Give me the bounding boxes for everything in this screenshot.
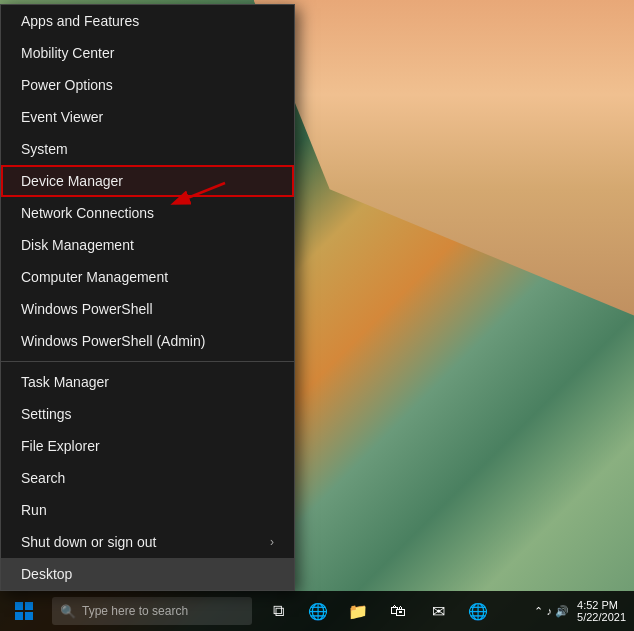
menu-item-label-windows-powershell: Windows PowerShell bbox=[21, 301, 153, 317]
menu-item-label-windows-powershell-admin: Windows PowerShell (Admin) bbox=[21, 333, 205, 349]
menu-item-label-network-connections: Network Connections bbox=[21, 205, 154, 221]
menu-item-windows-powershell-admin[interactable]: Windows PowerShell (Admin) bbox=[1, 325, 294, 357]
menu-item-label-device-manager: Device Manager bbox=[21, 173, 123, 189]
menu-item-label-file-explorer: File Explorer bbox=[21, 438, 100, 454]
menu-item-label-apps-and-features: Apps and Features bbox=[21, 13, 139, 29]
menu-item-shut-down-or-sign-out[interactable]: Shut down or sign out› bbox=[1, 526, 294, 558]
start-icon bbox=[14, 601, 34, 621]
menu-item-label-computer-management: Computer Management bbox=[21, 269, 168, 285]
tray-time: 4:52 PM5/22/2021 bbox=[577, 599, 626, 623]
taskbar-icon-edge[interactable]: 🌐 bbox=[300, 591, 336, 631]
svg-rect-2 bbox=[25, 602, 33, 610]
taskbar-search[interactable]: 🔍 Type here to search bbox=[52, 597, 252, 625]
menu-item-windows-powershell[interactable]: Windows PowerShell bbox=[1, 293, 294, 325]
svg-rect-1 bbox=[15, 602, 23, 610]
menu-item-label-system: System bbox=[21, 141, 68, 157]
menu-item-label-disk-management: Disk Management bbox=[21, 237, 134, 253]
taskbar: 🔍 Type here to search ⧉ 🌐 📁 🛍 ✉ 🌐 ⌃ ♪ 🔊 … bbox=[0, 591, 634, 631]
search-placeholder: Type here to search bbox=[82, 604, 188, 618]
taskbar-icon-store[interactable]: 🛍 bbox=[380, 591, 416, 631]
menu-item-label-search: Search bbox=[21, 470, 65, 486]
menu-item-settings[interactable]: Settings bbox=[1, 398, 294, 430]
menu-item-device-manager[interactable]: Device Manager bbox=[1, 165, 294, 197]
taskbar-pinned-icons: ⧉ 🌐 📁 🛍 ✉ 🌐 bbox=[260, 591, 496, 631]
menu-item-mobility-center[interactable]: Mobility Center bbox=[1, 37, 294, 69]
start-button[interactable] bbox=[0, 591, 48, 631]
menu-item-search[interactable]: Search bbox=[1, 462, 294, 494]
menu-item-label-power-options: Power Options bbox=[21, 77, 113, 93]
svg-rect-4 bbox=[25, 612, 33, 620]
menu-item-label-event-viewer: Event Viewer bbox=[21, 109, 103, 125]
menu-item-run[interactable]: Run bbox=[1, 494, 294, 526]
submenu-arrow-shut-down-or-sign-out: › bbox=[270, 535, 274, 549]
menu-item-label-shut-down-or-sign-out: Shut down or sign out bbox=[21, 534, 156, 550]
menu-item-task-manager[interactable]: Task Manager bbox=[1, 366, 294, 398]
taskbar-icon-task-view[interactable]: ⧉ bbox=[260, 591, 296, 631]
taskbar-icon-mail[interactable]: ✉ bbox=[420, 591, 456, 631]
menu-item-computer-management[interactable]: Computer Management bbox=[1, 261, 294, 293]
context-menu: Apps and FeaturesMobility CenterPower Op… bbox=[0, 4, 295, 591]
taskbar-tray: ⌃ ♪ 🔊 4:52 PM5/22/2021 bbox=[534, 599, 634, 623]
menu-item-disk-management[interactable]: Disk Management bbox=[1, 229, 294, 261]
menu-item-label-task-manager: Task Manager bbox=[21, 374, 109, 390]
menu-item-label-run: Run bbox=[21, 502, 47, 518]
menu-item-apps-and-features[interactable]: Apps and Features bbox=[1, 5, 294, 37]
menu-separator-windows-powershell-admin bbox=[1, 361, 294, 362]
taskbar-icon-chrome[interactable]: 🌐 bbox=[460, 591, 496, 631]
menu-item-label-mobility-center: Mobility Center bbox=[21, 45, 114, 61]
tray-icons: ⌃ ♪ 🔊 bbox=[534, 605, 569, 618]
menu-item-system[interactable]: System bbox=[1, 133, 294, 165]
menu-item-power-options[interactable]: Power Options bbox=[1, 69, 294, 101]
menu-item-desktop[interactable]: Desktop bbox=[1, 558, 294, 590]
svg-rect-3 bbox=[15, 612, 23, 620]
taskbar-icon-explorer[interactable]: 📁 bbox=[340, 591, 376, 631]
menu-item-file-explorer[interactable]: File Explorer bbox=[1, 430, 294, 462]
menu-item-label-desktop: Desktop bbox=[21, 566, 72, 582]
menu-item-network-connections[interactable]: Network Connections bbox=[1, 197, 294, 229]
menu-item-event-viewer[interactable]: Event Viewer bbox=[1, 101, 294, 133]
menu-item-label-settings: Settings bbox=[21, 406, 72, 422]
search-icon: 🔍 bbox=[60, 604, 76, 619]
